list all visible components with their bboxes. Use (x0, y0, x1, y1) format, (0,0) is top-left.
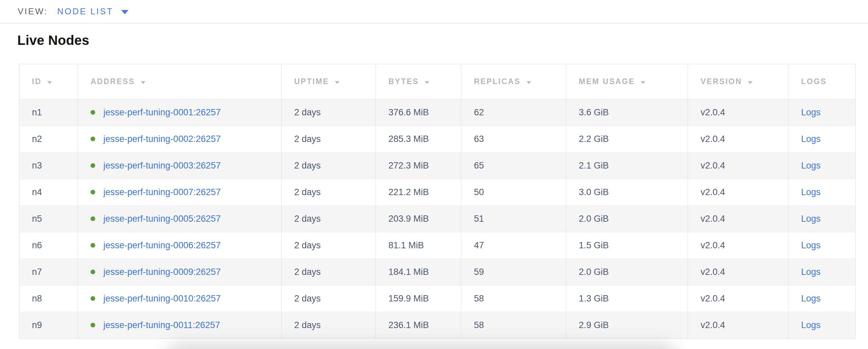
sort-caret-icon (748, 81, 752, 84)
node-replicas-cell: 59 (461, 259, 566, 285)
node-version-cell: v2.0.4 (688, 152, 788, 179)
node-address-link[interactable]: jesse-perf-tuning-0010:26257 (103, 293, 221, 304)
node-logs-link[interactable]: Logs (801, 240, 821, 250)
node-logs-link[interactable]: Logs (801, 293, 821, 304)
node-address-link[interactable]: jesse-perf-tuning-0006:26257 (103, 240, 221, 250)
table-row: n2 jesse-perf-tuning-0002:26257 2 days 2… (19, 126, 856, 152)
node-logs-cell: Logs (788, 259, 856, 285)
node-replicas: 62 (474, 107, 484, 117)
node-bytes-cell: 272.3 MiB (376, 152, 461, 179)
node-uptime: 2 days (294, 187, 321, 197)
live-status-dot-icon (91, 270, 95, 274)
node-version-cell: v2.0.4 (688, 259, 788, 285)
node-uptime-cell: 2 days (282, 232, 376, 259)
column-header-id[interactable]: ID (19, 64, 78, 99)
view-dropdown[interactable]: NODE LIST (57, 6, 129, 16)
node-logs-link[interactable]: Logs (801, 187, 821, 197)
node-id-cell: n3 (19, 152, 78, 179)
node-version: v2.0.4 (701, 267, 725, 277)
column-header-logs: LOGS (788, 64, 856, 99)
node-version-cell: v2.0.4 (688, 99, 788, 126)
column-header-replicas[interactable]: REPLICAS (461, 64, 566, 99)
node-logs-link[interactable]: Logs (801, 161, 821, 171)
column-header-label: ID (32, 77, 41, 86)
node-uptime-cell: 2 days (282, 206, 376, 232)
node-address-link[interactable]: jesse-perf-tuning-0002:26257 (103, 134, 221, 144)
node-address-cell: jesse-perf-tuning-0006:26257 (78, 232, 282, 259)
node-bytes: 285.3 MiB (389, 134, 429, 144)
node-address-link[interactable]: jesse-perf-tuning-0007:26257 (103, 187, 221, 197)
node-mem-usage-cell: 3.6 GiB (566, 99, 688, 126)
node-uptime-cell: 2 days (282, 126, 376, 152)
node-address-cell: jesse-perf-tuning-0002:26257 (78, 126, 282, 152)
node-uptime-cell: 2 days (282, 259, 376, 285)
node-logs-link[interactable]: Logs (801, 267, 821, 277)
node-address-link[interactable]: jesse-perf-tuning-0003:26257 (103, 161, 221, 171)
node-address-link[interactable]: jesse-perf-tuning-0011:26257 (103, 320, 220, 330)
column-header-label: VERSION (701, 77, 742, 86)
node-logs-link[interactable]: Logs (801, 134, 821, 144)
node-logs-cell: Logs (788, 126, 856, 152)
node-replicas: 50 (474, 187, 484, 197)
node-id-cell: n5 (19, 206, 78, 232)
node-id: n1 (32, 107, 42, 117)
node-id: n3 (32, 161, 42, 171)
table-row: n4 jesse-perf-tuning-0007:26257 2 days 2… (19, 179, 856, 206)
node-id-cell: n4 (19, 179, 78, 206)
node-logs-link[interactable]: Logs (801, 214, 821, 224)
node-logs-link[interactable]: Logs (801, 107, 821, 117)
node-address-link[interactable]: jesse-perf-tuning-0009:26257 (103, 267, 221, 277)
node-uptime: 2 days (294, 293, 321, 304)
node-uptime: 2 days (294, 320, 321, 330)
node-address-cell: jesse-perf-tuning-0003:26257 (78, 152, 282, 179)
node-id: n4 (32, 187, 42, 197)
node-id: n5 (32, 214, 42, 224)
node-version-cell: v2.0.4 (688, 232, 788, 259)
view-dropdown-value[interactable]: NODE LIST (57, 6, 114, 16)
column-header-label: ADDRESS (91, 77, 135, 86)
table-row: n7 jesse-perf-tuning-0009:26257 2 days 1… (19, 259, 856, 285)
column-header-version[interactable]: VERSION (688, 64, 788, 99)
node-address-link[interactable]: jesse-perf-tuning-0005:26257 (103, 214, 221, 224)
node-version-cell: v2.0.4 (688, 312, 788, 339)
node-bytes-cell: 376.6 MiB (376, 99, 461, 126)
node-mem-usage: 2.1 GiB (579, 161, 609, 171)
node-replicas-cell: 50 (461, 179, 566, 206)
node-id-cell: n2 (19, 126, 78, 152)
node-id: n2 (32, 134, 42, 144)
column-header-label: MEM USAGE (579, 77, 635, 86)
node-bytes-cell: 203.9 MiB (376, 206, 461, 232)
node-address-link[interactable]: jesse-perf-tuning-0001:26257 (103, 107, 221, 117)
node-uptime-cell: 2 days (282, 99, 376, 126)
node-id: n9 (32, 320, 42, 330)
node-bytes-cell: 159.9 MiB (376, 285, 461, 312)
node-address-cell: jesse-perf-tuning-0007:26257 (78, 179, 282, 206)
page-title: Live Nodes (17, 33, 868, 48)
node-uptime-cell: 2 days (282, 285, 376, 312)
node-bytes: 236.1 MiB (389, 320, 429, 330)
live-nodes-table: ID ADDRESS UPTIME BYTES REPLICAS MEM USA… (19, 64, 856, 339)
column-header-label: REPLICAS (474, 77, 521, 86)
column-header-bytes[interactable]: BYTES (376, 64, 461, 99)
table-row: n6 jesse-perf-tuning-0006:26257 2 days 8… (19, 232, 856, 259)
live-nodes-table-container: ID ADDRESS UPTIME BYTES REPLICAS MEM USA… (19, 64, 855, 339)
column-header-uptime[interactable]: UPTIME (282, 64, 376, 99)
column-header-label: BYTES (389, 77, 419, 86)
node-logs-cell: Logs (788, 179, 856, 206)
node-uptime: 2 days (294, 267, 321, 277)
node-logs-link[interactable]: Logs (801, 320, 821, 330)
live-status-dot-icon (91, 296, 95, 301)
node-logs-cell: Logs (788, 312, 856, 339)
node-replicas: 47 (474, 240, 484, 250)
node-id: n6 (32, 240, 42, 250)
node-uptime-cell: 2 days (282, 312, 376, 339)
node-version: v2.0.4 (701, 293, 725, 304)
table-row: n1 jesse-perf-tuning-0001:26257 2 days 3… (19, 99, 856, 126)
node-replicas-cell: 58 (461, 285, 566, 312)
node-uptime: 2 days (294, 134, 321, 144)
node-bytes-cell: 81.1 MiB (376, 232, 461, 259)
column-header-mem-usage[interactable]: MEM USAGE (566, 64, 688, 99)
column-header-label: LOGS (801, 77, 827, 86)
column-header-address[interactable]: ADDRESS (78, 64, 282, 99)
node-uptime-cell: 2 days (282, 179, 376, 206)
